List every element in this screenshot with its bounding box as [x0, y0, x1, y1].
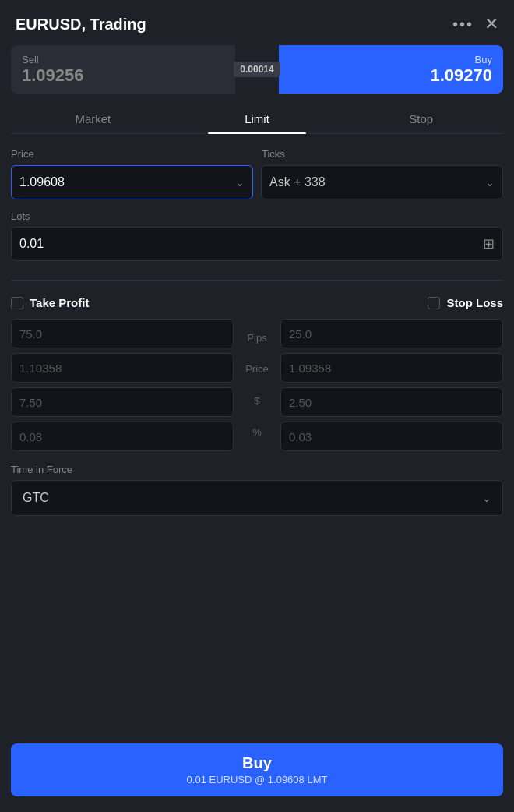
- trading-panel: EURUSD, Trading ••• ✕ Sell 1.09256 0.000…: [0, 0, 514, 812]
- price-ticks-labels: Price Ticks: [11, 147, 503, 161]
- buy-label: Buy: [475, 54, 492, 65]
- close-icon[interactable]: ✕: [484, 14, 498, 34]
- price-field[interactable]: ⌄: [11, 165, 253, 199]
- buy-button[interactable]: Buy 0.01 EURUSD @ 1.09608 LMT: [11, 743, 503, 796]
- header: EURUSD, Trading ••• ✕: [0, 0, 514, 45]
- take-profit-checkbox[interactable]: [11, 297, 23, 309]
- tp-pips-value: 75.0: [19, 327, 225, 341]
- divider: [11, 280, 503, 281]
- buy-price: 1.09270: [430, 65, 492, 86]
- pips-unit: Pips: [247, 323, 266, 352]
- sl-price-value: 1.09358: [289, 362, 495, 375]
- buy-button-section: Buy 0.01 EURUSD @ 1.09608 LMT: [0, 729, 514, 812]
- buy-button-label: Buy: [242, 754, 272, 772]
- panel-title: EURUSD, Trading: [16, 16, 146, 34]
- take-profit-label: Take Profit: [30, 296, 89, 309]
- ticks-field[interactable]: Ask + 338 ⌄: [261, 165, 503, 199]
- sl-price-field[interactable]: 1.09358: [280, 353, 503, 383]
- lots-field[interactable]: ⊞: [11, 227, 503, 261]
- percent-unit: %: [252, 418, 262, 447]
- ticks-label: Ticks: [262, 148, 285, 160]
- time-in-force-value: GTC: [23, 491, 482, 505]
- calculator-icon[interactable]: ⊞: [483, 235, 495, 252]
- price-dropdown-arrow[interactable]: ⌄: [235, 176, 245, 189]
- time-in-force-label: Time in Force: [11, 464, 503, 475]
- tp-price-field[interactable]: 1.10358: [11, 353, 234, 383]
- stop-loss-header: Stop Loss: [428, 296, 503, 309]
- sell-price: 1.09256: [22, 65, 224, 86]
- price-label: Price: [11, 148, 34, 160]
- tp-sl-section: Take Profit Stop Loss 75.0 1.10358 7.50: [0, 288, 514, 451]
- spread-badge: 0.00014: [234, 62, 280, 77]
- time-in-force-section: Time in Force GTC ⌄: [0, 451, 514, 516]
- stop-loss-column: 25.0 1.09358 2.50 0.03: [280, 319, 503, 451]
- order-form: Price Ticks ⌄ Ask + 338 ⌄ Lots ⊞: [0, 134, 514, 272]
- tab-limit[interactable]: Limit: [175, 104, 340, 133]
- sl-percent-field[interactable]: 0.03: [280, 422, 503, 451]
- price-ticks-row: ⌄ Ask + 338 ⌄: [11, 165, 503, 199]
- take-profit-header: Take Profit: [11, 296, 89, 309]
- units-column: Pips Price $ %: [234, 319, 280, 451]
- tp-dollar-field[interactable]: 7.50: [11, 387, 234, 417]
- tp-sl-grid: 75.0 1.10358 7.50 0.08 Pips Price $ %: [11, 319, 503, 451]
- tp-sl-headers: Take Profit Stop Loss: [11, 296, 503, 309]
- trade-bar: Sell 1.09256 0.00014 Buy 1.09270: [11, 45, 503, 94]
- sell-side[interactable]: Sell 1.09256: [11, 45, 235, 94]
- sl-dollar-value: 2.50: [289, 396, 495, 409]
- buy-side[interactable]: Buy 1.09270: [279, 45, 503, 94]
- tab-market[interactable]: Market: [11, 104, 175, 133]
- header-actions: ••• ✕: [452, 14, 498, 34]
- tp-dollar-value: 7.50: [19, 396, 225, 409]
- tp-price-value: 1.10358: [19, 362, 225, 375]
- ticks-dropdown-arrow[interactable]: ⌄: [485, 176, 495, 189]
- sl-pips-value: 25.0: [289, 327, 495, 341]
- stop-loss-checkbox[interactable]: [428, 297, 440, 309]
- sl-percent-value: 0.03: [289, 430, 495, 443]
- lots-label: Lots: [11, 210, 503, 222]
- lots-row: ⊞: [11, 227, 503, 261]
- stop-loss-label: Stop Loss: [446, 296, 503, 309]
- tif-dropdown-arrow: ⌄: [482, 492, 491, 504]
- tp-percent-field[interactable]: 0.08: [11, 422, 234, 451]
- tp-pips-field[interactable]: 75.0: [11, 319, 234, 348]
- sl-pips-field[interactable]: 25.0: [280, 319, 503, 348]
- time-in-force-dropdown[interactable]: GTC ⌄: [11, 480, 503, 516]
- sl-dollar-field[interactable]: 2.50: [280, 387, 503, 417]
- price-input[interactable]: [19, 175, 235, 189]
- dollar-unit: $: [254, 386, 259, 415]
- ticks-value: Ask + 338: [269, 175, 485, 189]
- take-profit-column: 75.0 1.10358 7.50 0.08: [11, 319, 234, 451]
- tab-stop[interactable]: Stop: [339, 104, 503, 133]
- price-unit: Price: [245, 355, 269, 384]
- tp-percent-value: 0.08: [19, 430, 225, 443]
- order-type-tabs: Market Limit Stop: [11, 104, 503, 134]
- lots-input[interactable]: [19, 237, 483, 251]
- buy-button-sublabel: 0.01 EURUSD @ 1.09608 LMT: [187, 774, 328, 786]
- sell-label: Sell: [22, 54, 224, 65]
- more-options-icon[interactable]: •••: [452, 16, 474, 34]
